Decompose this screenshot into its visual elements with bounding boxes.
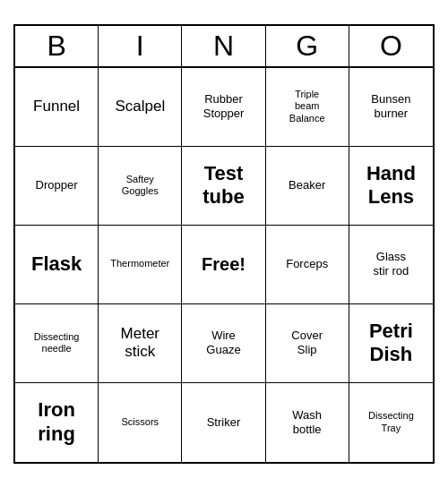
bingo-cell-text-22: Striker xyxy=(185,415,261,430)
bingo-cell-3[interactable]: TriplebeamBalance xyxy=(266,68,349,147)
bingo-cell-0[interactable]: Funnel xyxy=(15,68,99,147)
bingo-cell-text-1: Scalpel xyxy=(102,98,177,115)
bingo-cell-17[interactable]: WireGuaze xyxy=(182,304,265,383)
bingo-cell-2[interactable]: RubberStopper xyxy=(182,68,265,147)
bingo-cell-12[interactable]: Free! xyxy=(182,226,265,304)
bingo-cell-18[interactable]: CoverSlip xyxy=(266,304,349,383)
bingo-cell-text-14: Glassstir rod xyxy=(353,250,429,278)
bingo-cell-6[interactable]: SafteyGoggles xyxy=(99,147,182,226)
bingo-cell-text-0: Funnel xyxy=(19,98,94,115)
bingo-cell-text-3: TriplebeamBalance xyxy=(270,89,345,124)
bingo-cell-text-19: PetriDish xyxy=(353,320,429,367)
bingo-cell-text-8: Beaker xyxy=(270,178,345,192)
bingo-grid: FunnelScalpelRubberStopperTriplebeamBala… xyxy=(15,68,433,462)
bingo-cell-13[interactable]: Forceps xyxy=(266,226,349,304)
bingo-cell-11[interactable]: Thermometer xyxy=(99,226,182,304)
bingo-cell-16[interactable]: Meterstick xyxy=(99,304,182,383)
bingo-cell-text-9: HandLens xyxy=(353,162,429,209)
bingo-cell-9[interactable]: HandLens xyxy=(349,147,433,226)
bingo-cell-21[interactable]: Scissors xyxy=(99,383,182,462)
bingo-cell-24[interactable]: DissectingTray xyxy=(349,383,433,462)
bingo-cell-text-23: Washbottle xyxy=(270,408,345,436)
header-letter-o: O xyxy=(349,26,433,66)
bingo-cell-text-16: Meterstick xyxy=(102,325,177,362)
bingo-cell-text-20: Ironring xyxy=(19,398,94,446)
bingo-cell-text-2: RubberStopper xyxy=(185,92,261,120)
header-letter-n: N xyxy=(182,26,265,66)
bingo-cell-19[interactable]: PetriDish xyxy=(349,304,433,383)
bingo-cell-text-13: Forceps xyxy=(270,257,345,271)
bingo-cell-text-24: DissectingTray xyxy=(353,410,429,433)
bingo-cell-23[interactable]: Washbottle xyxy=(266,383,349,462)
bingo-cell-14[interactable]: Glassstir rod xyxy=(349,226,433,304)
header-letter-g: G xyxy=(266,26,349,66)
bingo-cell-text-4: Bunsenburner xyxy=(353,92,429,120)
bingo-card: BINGO FunnelScalpelRubberStopperTriplebe… xyxy=(13,24,435,464)
header-letter-b: B xyxy=(15,26,99,66)
header-letter-i: I xyxy=(99,26,182,66)
bingo-cell-text-12: Free! xyxy=(185,253,261,275)
bingo-cell-22[interactable]: Striker xyxy=(182,383,265,462)
bingo-cell-5[interactable]: Dropper xyxy=(15,147,99,226)
bingo-cell-1[interactable]: Scalpel xyxy=(99,68,182,147)
bingo-cell-text-7: Testtube xyxy=(185,162,261,209)
bingo-cell-7[interactable]: Testtube xyxy=(182,147,265,226)
bingo-cell-text-6: SafteyGoggles xyxy=(102,174,177,197)
bingo-cell-text-21: Scissors xyxy=(102,416,177,428)
bingo-cell-20[interactable]: Ironring xyxy=(15,383,99,462)
bingo-cell-text-5: Dropper xyxy=(19,178,94,192)
bingo-cell-text-10: Flask xyxy=(19,252,94,276)
bingo-cell-4[interactable]: Bunsenburner xyxy=(349,68,433,147)
bingo-cell-8[interactable]: Beaker xyxy=(266,147,349,226)
bingo-cell-text-18: CoverSlip xyxy=(270,329,345,356)
bingo-cell-text-11: Thermometer xyxy=(102,258,177,269)
bingo-cell-text-17: WireGuaze xyxy=(185,329,261,356)
bingo-cell-text-15: Dissectingneedle xyxy=(19,331,94,355)
bingo-cell-10[interactable]: Flask xyxy=(15,226,99,304)
bingo-header: BINGO xyxy=(15,26,433,68)
bingo-cell-15[interactable]: Dissectingneedle xyxy=(15,304,99,383)
